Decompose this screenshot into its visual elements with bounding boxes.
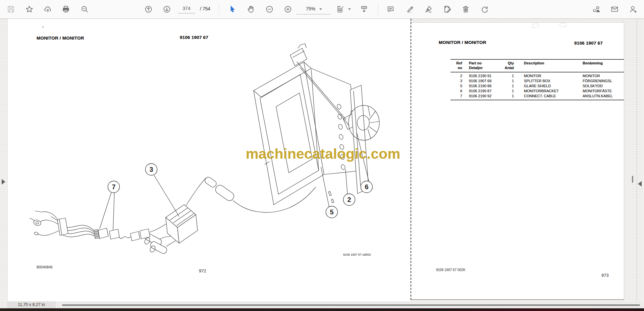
right-page-number: 973 bbox=[601, 273, 609, 278]
email-button[interactable] bbox=[610, 4, 619, 14]
taskbar-edge bbox=[0, 308, 644, 311]
header-ref: Refno bbox=[450, 61, 462, 70]
right-page-title: MONITOR / MONITOR bbox=[439, 40, 486, 45]
trash-icon bbox=[462, 5, 470, 13]
right-panel-expand-handle[interactable] bbox=[638, 181, 642, 187]
add-contact-button[interactable] bbox=[628, 4, 638, 14]
table-row: 5 9106 2190 86 1 GLARE SHIELD SOLSKYDD bbox=[450, 83, 624, 88]
table-row: 6 9106 2190 87 1 MONITORBRACKET MONITORF… bbox=[450, 88, 624, 93]
next-page-button[interactable] bbox=[162, 4, 171, 14]
edit-page-button[interactable] bbox=[442, 4, 452, 14]
toolbar-separator bbox=[219, 3, 219, 15]
callout-3: 3 bbox=[146, 164, 157, 175]
header-benamning: Benämning bbox=[581, 61, 624, 65]
pdf-viewer-window: 374 / 754 75% bbox=[0, 0, 644, 311]
person-add-icon bbox=[629, 5, 637, 13]
page-up-icon bbox=[144, 5, 153, 13]
svg-text:3: 3 bbox=[149, 166, 153, 173]
search-icon bbox=[80, 5, 89, 13]
zoom-dropdown-caret[interactable] bbox=[319, 8, 322, 10]
svg-text:7: 7 bbox=[112, 183, 115, 191]
save-button[interactable] bbox=[6, 4, 15, 14]
right-panel-divider bbox=[637, 19, 637, 303]
pdf-page-right: MONITOR / MONITOR 9106 1907 67 Refno Par… bbox=[411, 22, 624, 300]
envelope-icon bbox=[610, 5, 619, 13]
toolbar-separator bbox=[378, 3, 378, 15]
zoom-out-button[interactable] bbox=[265, 4, 274, 14]
right-footer-ref: 9106 1907 67 002K bbox=[436, 268, 465, 272]
scroll-mode-icon bbox=[360, 5, 368, 13]
callout-2: 2 bbox=[343, 194, 355, 206]
callout-5: 5 bbox=[326, 206, 338, 218]
header-description: Description bbox=[514, 61, 581, 65]
pdf-page-left: MONITOR / MONITOR 9106 1907 67 bbox=[7, 19, 411, 301]
parts-table-header: Refno Part noDetaljnr QtyAntal Descripti… bbox=[450, 60, 624, 72]
previous-page-button[interactable] bbox=[144, 4, 153, 14]
svg-text:6: 6 bbox=[365, 183, 368, 191]
left-panel-expand-handle[interactable] bbox=[2, 179, 5, 185]
vertical-scrollbar-thumb[interactable] bbox=[632, 176, 633, 183]
zoom-level-value[interactable]: 75% bbox=[297, 4, 315, 13]
search-button[interactable] bbox=[80, 4, 89, 14]
table-row: 7 9106 2190 92 1 CONNECT. CABLE ANSLUTN.… bbox=[450, 93, 624, 98]
signature-button[interactable] bbox=[424, 4, 433, 14]
delete-button[interactable] bbox=[461, 4, 470, 14]
link-cloud-icon bbox=[592, 5, 600, 13]
star-icon bbox=[25, 5, 34, 13]
callout-7: 7 bbox=[108, 181, 120, 193]
comment-button[interactable] bbox=[386, 4, 395, 14]
page-total-label: / 754 bbox=[200, 4, 210, 13]
horizontal-scrollbar-thumb[interactable] bbox=[62, 304, 640, 306]
printer-icon bbox=[62, 5, 70, 13]
page-down-icon bbox=[163, 5, 171, 13]
zoom-underline bbox=[296, 14, 330, 14]
hand-icon bbox=[247, 5, 255, 13]
header-part-no: Part noDetaljnr bbox=[462, 61, 499, 70]
svg-text:5: 5 bbox=[330, 208, 333, 216]
save-icon bbox=[7, 5, 15, 13]
scan-oval-mark bbox=[531, 23, 539, 28]
bookmark-button[interactable] bbox=[24, 4, 34, 14]
hand-tool-button[interactable] bbox=[246, 4, 256, 14]
page-dimensions-label: 11,70 x 8,27 in bbox=[7, 301, 56, 308]
figure-code: B0040845 bbox=[37, 265, 53, 269]
share-upload-button[interactable] bbox=[43, 4, 52, 14]
comment-icon bbox=[386, 5, 395, 13]
zoom-out-icon bbox=[265, 5, 274, 13]
select-tool-button[interactable] bbox=[228, 4, 237, 14]
right-page-doc-number: 9106 1907 67 bbox=[574, 41, 603, 46]
rotate-right-icon bbox=[480, 5, 489, 13]
cloud-upload-icon bbox=[44, 5, 52, 13]
page-divider bbox=[411, 19, 411, 300]
continuous-scroll-button[interactable] bbox=[359, 4, 369, 14]
status-bar: 11,70 x 8,27 in bbox=[0, 301, 644, 308]
zoom-in-button[interactable] bbox=[283, 4, 292, 14]
edit-page-icon bbox=[443, 5, 451, 13]
highlight-button[interactable] bbox=[406, 4, 415, 14]
svg-text:2: 2 bbox=[347, 196, 351, 203]
share-link-button[interactable] bbox=[591, 4, 601, 14]
parts-table: Refno Part noDetaljnr QtyAntal Descripti… bbox=[450, 59, 624, 100]
document-canvas: MONITOR / MONITOR 9106 1907 67 bbox=[0, 19, 644, 303]
table-row: 3 9106 1907 68 1 SPLITTER BOX FÖRGRENING… bbox=[450, 78, 624, 83]
callout-6: 6 bbox=[361, 181, 373, 193]
table-row: 2 9106 2190 91 1 MONITOR MONITOR bbox=[450, 73, 624, 78]
page-number-input[interactable]: 374 bbox=[178, 4, 195, 13]
print-button[interactable] bbox=[61, 4, 70, 14]
zoom-in-icon bbox=[284, 5, 292, 13]
fit-page-caret[interactable] bbox=[348, 8, 351, 10]
cursor-icon bbox=[228, 5, 237, 13]
scan-oval-mark bbox=[559, 22, 567, 28]
drawing-ref: 9106 1907 67 ed002 bbox=[343, 253, 371, 256]
header-qty: QtyAntal bbox=[499, 61, 514, 70]
toolbar: 374 / 754 75% bbox=[0, 0, 644, 19]
fit-page-button[interactable] bbox=[335, 4, 345, 14]
highlighter-icon bbox=[406, 5, 415, 13]
fountain-pen-icon bbox=[424, 5, 433, 13]
rotate-button[interactable] bbox=[480, 4, 489, 14]
left-page-number: 972 bbox=[199, 268, 206, 273]
watermark: machinecatalogic.com bbox=[240, 146, 406, 162]
fit-page-icon bbox=[336, 5, 344, 13]
